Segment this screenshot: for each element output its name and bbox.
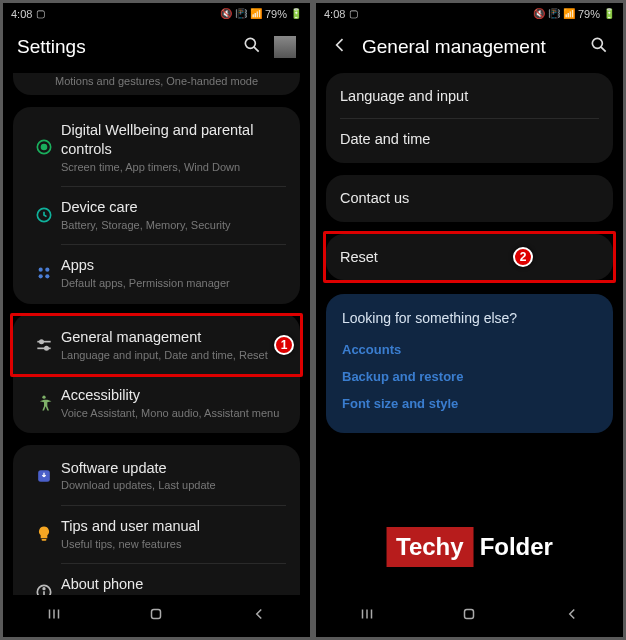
settings-row-software-update[interactable]: Software update Download updates, Last u… xyxy=(13,447,300,505)
back-icon[interactable] xyxy=(330,35,350,59)
settings-header: Settings xyxy=(3,25,310,73)
row-sub: Useful tips, new features xyxy=(61,537,286,551)
row-title: About phone xyxy=(61,575,286,594)
svg-point-7 xyxy=(39,274,43,278)
status-time: 4:08 xyxy=(11,8,32,20)
screenshot-icon: ▢ xyxy=(36,9,45,19)
wellbeing-icon xyxy=(27,137,61,157)
row-title: Software update xyxy=(61,459,286,478)
page-title: General management xyxy=(362,36,577,58)
link-font-size-style[interactable]: Font size and style xyxy=(342,390,597,417)
gm-header: General management xyxy=(316,25,623,73)
row-title: Language and input xyxy=(340,87,599,106)
svg-line-24 xyxy=(601,47,606,52)
svg-point-12 xyxy=(45,347,48,350)
callout-2: 2 xyxy=(513,247,533,267)
watermark: Techy Folder xyxy=(386,527,553,567)
about-icon xyxy=(27,582,61,595)
svg-rect-22 xyxy=(152,610,161,619)
link-backup-restore[interactable]: Backup and restore xyxy=(342,363,597,390)
svg-rect-15 xyxy=(42,539,47,541)
device-care-icon xyxy=(27,205,61,225)
battery-icon: 🔋 xyxy=(603,9,615,19)
search-icon[interactable] xyxy=(242,35,262,59)
settings-row-tips[interactable]: Tips and user manual Useful tips, new fe… xyxy=(13,505,300,563)
nav-back[interactable] xyxy=(250,605,268,627)
truncated-row-sub: Motions and gestures, One-handed mode xyxy=(13,75,300,93)
watermark-brand-2: Folder xyxy=(480,533,553,561)
row-language-input[interactable]: Language and input xyxy=(326,75,613,118)
row-title: Apps xyxy=(61,256,286,275)
apps-icon xyxy=(27,263,61,283)
row-title: Accessibility xyxy=(61,386,286,405)
row-title: Device care xyxy=(61,198,286,217)
status-bar: 4:08 ▢ 🔇 📳 📶 79% 🔋 xyxy=(316,3,623,25)
svg-line-1 xyxy=(254,47,259,52)
phone-left: 4:08 ▢ 🔇 📳 📶 79% 🔋 Settings Motions and … xyxy=(3,3,310,637)
looking-card: Looking for something else? Accounts Bac… xyxy=(326,294,613,433)
row-title: Reset xyxy=(340,248,599,267)
row-date-time[interactable]: Date and time xyxy=(326,118,613,161)
row-sub: Language and input, Date and time, Reset xyxy=(61,348,286,362)
settings-group-3: Software update Download updates, Last u… xyxy=(13,445,300,595)
svg-point-18 xyxy=(43,588,45,590)
highlight-reset: Reset xyxy=(323,231,616,284)
vibrate-icon: 📳 xyxy=(235,9,247,19)
settings-group-advanced: Motions and gestures, One-handed mode xyxy=(13,73,300,95)
nav-back[interactable] xyxy=(563,605,581,627)
nav-home[interactable] xyxy=(147,605,165,627)
row-title: Contact us xyxy=(340,189,599,208)
nav-recents[interactable] xyxy=(358,605,376,627)
nav-recents[interactable] xyxy=(45,605,63,627)
row-contact-us[interactable]: Contact us xyxy=(326,177,613,220)
accessibility-icon xyxy=(27,393,61,413)
phone-right: 4:08 ▢ 🔇 📳 📶 79% 🔋 General management La… xyxy=(316,3,623,637)
page-title: Settings xyxy=(17,36,230,58)
mute-icon: 🔇 xyxy=(533,9,545,19)
gm-group-reset: Reset 2 xyxy=(326,231,613,284)
settings-row-device-care[interactable]: Device care Battery, Storage, Memory, Se… xyxy=(13,186,300,244)
svg-point-23 xyxy=(592,38,602,48)
row-title: Digital Wellbeing and parental controls xyxy=(61,121,286,159)
wifi-icon: 📶 xyxy=(563,9,575,19)
highlight-general-management: General management Language and input, D… xyxy=(10,313,303,377)
svg-point-0 xyxy=(245,38,255,48)
search-icon[interactable] xyxy=(589,35,609,59)
nav-bar xyxy=(316,595,623,637)
gm-group-contact: Contact us xyxy=(326,175,613,222)
settings-row-about[interactable]: About phone Status, Legal information, P… xyxy=(13,563,300,595)
avatar[interactable] xyxy=(274,36,296,58)
status-battery: 79% xyxy=(265,8,287,20)
settings-row-general-management[interactable]: General management Language and input, D… xyxy=(13,316,300,374)
row-sub: Voice Assistant, Mono audio, Assistant m… xyxy=(61,406,286,420)
row-sub: Download updates, Last update xyxy=(61,478,286,492)
row-title: General management xyxy=(61,328,286,347)
svg-point-8 xyxy=(45,274,49,278)
svg-rect-28 xyxy=(465,610,474,619)
mute-icon: 🔇 xyxy=(220,9,232,19)
settings-group-2: General management Language and input, D… xyxy=(13,313,300,432)
update-icon xyxy=(27,466,61,486)
link-accounts[interactable]: Accounts xyxy=(342,336,597,363)
nav-home[interactable] xyxy=(460,605,478,627)
svg-point-13 xyxy=(42,396,45,399)
vibrate-icon: 📳 xyxy=(548,9,560,19)
nav-bar xyxy=(3,595,310,637)
screenshot-icon: ▢ xyxy=(349,9,358,19)
status-time: 4:08 xyxy=(324,8,345,20)
looking-heading: Looking for something else? xyxy=(342,310,597,326)
svg-point-3 xyxy=(42,145,47,150)
watermark-brand-1: Techy xyxy=(386,527,474,567)
row-sub: Default apps, Permission manager xyxy=(61,276,286,290)
wifi-icon: 📶 xyxy=(250,9,262,19)
svg-point-11 xyxy=(40,340,43,343)
callout-1: 1 xyxy=(274,335,294,355)
row-sub: Battery, Storage, Memory, Security xyxy=(61,218,286,232)
svg-point-5 xyxy=(39,268,43,272)
svg-point-6 xyxy=(45,268,49,272)
settings-row-apps[interactable]: Apps Default apps, Permission manager xyxy=(13,244,300,302)
settings-row-wellbeing[interactable]: Digital Wellbeing and parental controls … xyxy=(13,109,300,186)
row-reset[interactable]: Reset xyxy=(326,236,613,279)
battery-icon: 🔋 xyxy=(290,9,302,19)
settings-row-accessibility[interactable]: Accessibility Voice Assistant, Mono audi… xyxy=(13,374,300,432)
